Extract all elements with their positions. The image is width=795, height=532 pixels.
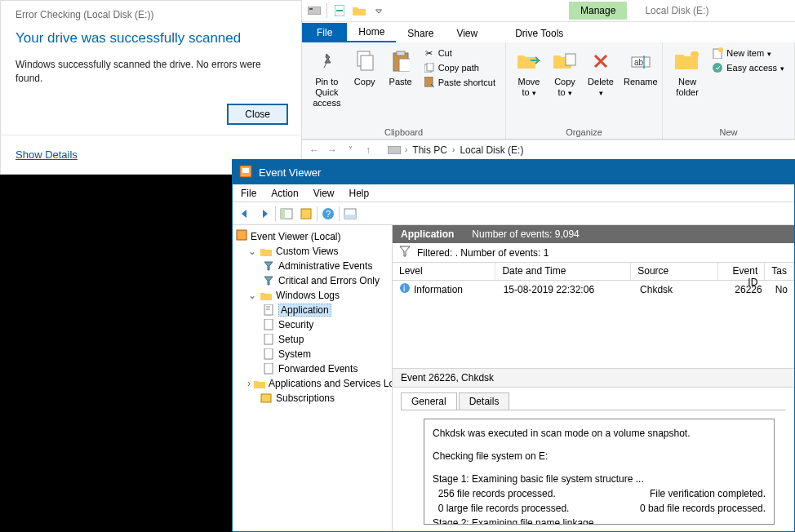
event-viewer-tree-icon — [236, 229, 247, 243]
expand-icon[interactable]: › — [247, 378, 251, 389]
menu-bar: File Action View Help — [233, 184, 794, 202]
copy-to-button[interactable]: Copy to ▾ — [547, 46, 583, 127]
tree-system[interactable]: System — [234, 347, 390, 361]
col-eventid[interactable]: Event ID — [718, 263, 765, 280]
menu-action[interactable]: Action — [271, 188, 298, 199]
filter-bar: Filtered: . Number of events: 1 — [393, 243, 794, 263]
crumb-sep[interactable]: › — [452, 145, 455, 154]
svg-point-18 — [718, 47, 723, 52]
svg-rect-34 — [264, 319, 273, 330]
menu-help[interactable]: Help — [349, 188, 370, 199]
crumb-thispc[interactable]: This PC — [411, 144, 449, 156]
paste-shortcut-button[interactable]: Paste shortcut — [419, 75, 500, 90]
log-icon — [262, 362, 275, 375]
ribbon-tabs: File Home Share View Drive Tools — [302, 22, 795, 42]
crumb-sep[interactable]: › — [405, 145, 407, 154]
cell-task: No — [769, 282, 794, 297]
rename-button[interactable]: ab Rename — [619, 46, 663, 127]
tree-admin-events[interactable]: Administrative Events — [234, 259, 390, 273]
paste-icon — [388, 48, 414, 74]
svg-text:i: i — [403, 284, 405, 293]
filter-icon[interactable] — [399, 246, 411, 259]
move-to-button[interactable]: Move to ▾ — [511, 46, 547, 127]
tree-subscriptions[interactable]: Subscriptions — [234, 391, 390, 406]
copy-path-label: Copy path — [438, 63, 479, 73]
show-hide-tree-button[interactable] — [278, 205, 295, 223]
event-viewer-titlebar: Event Viewer — [233, 160, 794, 184]
detail-line: Stage 1: Examining basic file system str… — [433, 472, 766, 486]
col-task[interactable]: Tas — [765, 263, 794, 280]
collapse-icon[interactable]: ⌄ — [247, 246, 256, 257]
col-date[interactable]: Date and Time — [495, 263, 631, 280]
forward-button[interactable]: → — [325, 143, 340, 157]
tree-label: Subscriptions — [276, 392, 335, 404]
filter-icon — [262, 274, 275, 287]
forward-button[interactable] — [255, 205, 273, 223]
properties-icon[interactable] — [332, 3, 347, 18]
folder-icon — [254, 377, 265, 390]
crumb-disk[interactable]: Local Disk (E:) — [458, 144, 525, 156]
copy-path-button[interactable]: Copy path — [419, 60, 500, 75]
tab-view[interactable]: View — [445, 24, 489, 42]
tree-application[interactable]: Application — [234, 303, 390, 317]
preview-button[interactable] — [341, 205, 359, 223]
detail-tabs: General Details — [393, 388, 794, 410]
copy-button[interactable]: Copy — [347, 46, 383, 127]
tab-share[interactable]: Share — [396, 24, 445, 42]
tree-label: Critical and Errors Only — [278, 275, 380, 286]
move-to-icon — [516, 48, 542, 74]
dialog-message: Windows successfully scanned the drive. … — [1, 55, 301, 94]
tab-home[interactable]: Home — [347, 23, 396, 42]
easy-access-button[interactable]: Easy access ▾ — [707, 60, 789, 75]
detail-line: 256 file records processed.File verifica… — [433, 486, 766, 501]
collapse-icon[interactable]: ⌄ — [247, 290, 256, 301]
cell-level-text: Information — [414, 284, 463, 295]
tree-label: Windows Logs — [276, 290, 340, 301]
tab-drive-tools[interactable]: Drive Tools — [504, 24, 575, 42]
tab-details[interactable]: Details — [459, 392, 510, 410]
drive-crumb-icon — [387, 143, 402, 157]
new-item-button[interactable]: New item ▾ — [707, 46, 789, 60]
tree-forwarded[interactable]: Forwarded Events — [234, 361, 390, 376]
tree-windows-logs[interactable]: ⌄Windows Logs — [234, 288, 390, 303]
menu-view[interactable]: View — [313, 188, 335, 199]
toolbar: ? — [233, 202, 794, 225]
svg-rect-25 — [301, 209, 311, 219]
qat-dropdown-icon[interactable] — [371, 3, 386, 18]
header-count: Number of events: 9,094 — [472, 228, 579, 240]
back-button[interactable] — [236, 205, 254, 223]
back-button[interactable]: ← — [307, 143, 322, 157]
delete-button[interactable]: Delete ▾ — [583, 46, 619, 127]
tree-security[interactable]: Security — [234, 317, 390, 332]
tree-root[interactable]: Event Viewer (Local) — [234, 228, 390, 244]
tab-file[interactable]: File — [302, 23, 347, 42]
tree-custom-views[interactable]: ⌄Custom Views — [234, 244, 390, 259]
event-row[interactable]: iInformation 15-08-2019 22:32:06 Chkdsk … — [393, 281, 794, 299]
cut-button[interactable]: ✂Cut — [419, 46, 500, 60]
tree-critical-errors[interactable]: Critical and Errors Only — [234, 273, 390, 288]
help-button[interactable]: ? — [319, 205, 337, 223]
tree-setup[interactable]: Setup — [234, 332, 390, 347]
menu-file[interactable]: File — [241, 188, 256, 199]
col-source[interactable]: Source — [631, 263, 718, 280]
folder-icon[interactable] — [352, 3, 366, 18]
new-folder-label: New folder — [673, 77, 702, 98]
up-button[interactable]: ↑ — [361, 143, 375, 157]
pin-button[interactable]: Pin to Quick access — [307, 46, 347, 127]
tree-apps-services[interactable]: ›Applications and Services Lo — [234, 376, 390, 391]
history-dropdown[interactable]: ˅ — [343, 143, 358, 157]
properties-button[interactable] — [297, 205, 315, 223]
delete-icon — [588, 48, 614, 74]
svg-rect-35 — [264, 334, 273, 344]
event-viewer-title: Event Viewer — [259, 166, 321, 179]
new-item-icon — [712, 47, 723, 59]
ribbon: Pin to Quick access Copy Paste ✂Cut Copy… — [302, 42, 795, 140]
svg-rect-8 — [399, 59, 410, 72]
tab-general[interactable]: General — [401, 392, 457, 410]
close-button[interactable]: Close — [227, 104, 288, 125]
col-level[interactable]: Level — [393, 263, 495, 280]
cell-level: iInformation — [393, 281, 497, 298]
manage-tab[interactable]: Manage — [569, 2, 627, 20]
new-folder-button[interactable]: New folder — [668, 46, 707, 127]
paste-button[interactable]: Paste — [383, 46, 419, 127]
